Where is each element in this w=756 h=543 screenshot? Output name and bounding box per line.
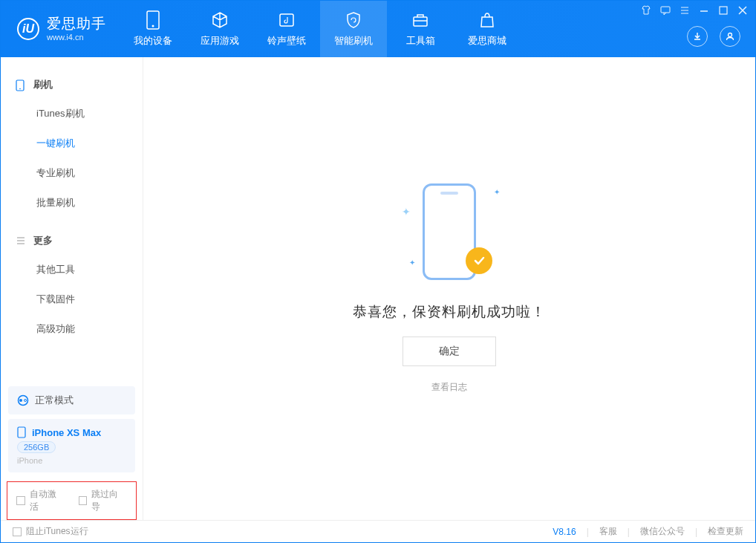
logo-block: iU 爱思助手 www.i4.cn (1, 16, 120, 42)
sidebar-item-batch-flash[interactable]: 批量刷机 (1, 188, 143, 218)
minimize-icon[interactable] (699, 5, 709, 16)
checkbox-label: 阻止iTunes运行 (26, 525, 88, 538)
checkbox-label: 跳过向导 (91, 488, 127, 513)
tab-my-device[interactable]: 我的设备 (120, 1, 186, 57)
tab-label: 爱思商城 (468, 34, 506, 48)
checkbox-icon (79, 496, 88, 505)
header-right-icons (687, 26, 740, 47)
checkbox-icon (16, 496, 25, 505)
device-storage: 256GB (17, 441, 56, 453)
tab-label: 工具箱 (406, 34, 435, 48)
sidebar: 刷机 iTunes刷机 一键刷机 专业刷机 批量刷机 更多 其他工具 下载固件 … (1, 57, 143, 520)
footer-link-wechat[interactable]: 微信公众号 (640, 525, 685, 538)
view-log-link[interactable]: 查看日志 (431, 381, 467, 394)
sidebar-item-pro-flash[interactable]: 专业刷机 (1, 158, 143, 188)
tab-smart-flash[interactable]: 智能刷机 (320, 1, 387, 57)
sidebar-group-title: 更多 (33, 234, 53, 247)
device-panel: 正常模式 iPhone XS Max 256GB iPhone (1, 386, 143, 481)
app-subtitle: www.i4.cn (47, 33, 106, 42)
svg-rect-3 (414, 17, 427, 26)
cube-icon (210, 10, 229, 30)
svg-point-1 (152, 25, 154, 27)
device-type: iPhone (17, 456, 126, 465)
checkbox-skip-guide[interactable]: 跳过向导 (79, 488, 128, 513)
svg-rect-5 (720, 7, 727, 14)
body: 刷机 iTunes刷机 一键刷机 专业刷机 批量刷机 更多 其他工具 下载固件 … (1, 57, 755, 520)
titlebar-controls (641, 5, 748, 16)
svg-point-6 (729, 33, 732, 37)
footer: 阻止iTunes运行 V8.16 | 客服 | 微信公众号 | 检查更新 (1, 520, 755, 542)
app-window: iU 爱思助手 www.i4.cn 我的设备 应用游戏 (0, 0, 756, 543)
menu-icon[interactable] (680, 5, 690, 16)
header: iU 爱思助手 www.i4.cn 我的设备 应用游戏 (1, 1, 755, 57)
footer-link-support[interactable]: 客服 (599, 525, 617, 538)
device-mode-card[interactable]: 正常模式 (8, 386, 135, 414)
skin-icon[interactable] (641, 5, 651, 16)
device-name: iPhone XS Max (32, 427, 101, 438)
options-row: 自动激活 跳过向导 (7, 481, 137, 520)
sidebar-group-more: 更多 (1, 227, 143, 255)
mode-icon (17, 394, 29, 406)
logo-text: 爱思助手 www.i4.cn (47, 16, 106, 42)
logo-icon: iU (17, 18, 39, 40)
device-mode-label: 正常模式 (35, 394, 74, 407)
version-label: V8.16 (553, 527, 576, 537)
sidebar-group-flash: 刷机 (1, 71, 143, 99)
tab-label: 智能刷机 (334, 34, 373, 48)
confirm-button[interactable]: 确定 (403, 336, 496, 366)
svg-rect-4 (661, 7, 670, 13)
svg-rect-2 (280, 14, 293, 26)
svg-point-10 (19, 399, 22, 402)
svg-point-8 (19, 88, 21, 90)
checkbox-auto-activate[interactable]: 自动激活 (16, 488, 65, 513)
music-folder-icon (277, 10, 296, 30)
tab-label: 铃声壁纸 (267, 34, 306, 48)
footer-link-update[interactable]: 检查更新 (708, 525, 743, 538)
bag-icon (478, 10, 497, 30)
tab-apps[interactable]: 应用游戏 (186, 1, 253, 57)
success-message: 恭喜您，保资料刷机成功啦！ (353, 302, 546, 322)
sparkle-icon: ✦ (402, 206, 411, 218)
sidebar-item-advanced[interactable]: 高级功能 (1, 314, 143, 344)
shield-refresh-icon (344, 10, 363, 30)
check-badge-icon (466, 247, 492, 274)
phone-icon (16, 79, 26, 90)
device-icon (143, 10, 163, 30)
close-icon[interactable] (737, 5, 748, 16)
tab-toolbox[interactable]: 工具箱 (387, 1, 454, 57)
success-illustration: ✦ ✦ ✦ (405, 183, 494, 287)
tab-label: 应用游戏 (201, 34, 239, 48)
sidebar-item-oneclick-flash[interactable]: 一键刷机 (1, 129, 143, 158)
user-icon[interactable] (720, 26, 740, 47)
svg-point-11 (25, 400, 27, 402)
tab-ringtones[interactable]: 铃声壁纸 (253, 1, 320, 57)
checkbox-block-itunes[interactable]: 阻止iTunes运行 (13, 525, 88, 538)
app-title: 爱思助手 (47, 16, 106, 33)
sidebar-item-itunes-flash[interactable]: iTunes刷机 (1, 99, 143, 129)
feedback-icon[interactable] (660, 5, 671, 16)
toolbox-icon (411, 10, 430, 30)
tab-label: 我的设备 (134, 34, 172, 48)
sparkle-icon: ✦ (409, 259, 415, 267)
svg-rect-12 (18, 427, 25, 438)
list-icon (16, 235, 26, 246)
download-icon[interactable] (687, 26, 708, 47)
main-tabs: 我的设备 应用游戏 铃声壁纸 智能刷机 (120, 1, 521, 57)
checkbox-icon (13, 527, 22, 536)
checkbox-label: 自动激活 (30, 488, 65, 513)
sparkle-icon: ✦ (494, 188, 500, 196)
maximize-icon[interactable] (718, 5, 729, 16)
phone-small-icon (17, 426, 26, 438)
tab-store[interactable]: 爱思商城 (454, 1, 521, 57)
sidebar-item-other-tools[interactable]: 其他工具 (1, 255, 143, 284)
main-content: ✦ ✦ ✦ 恭喜您，保资料刷机成功啦！ 确定 查看日志 (143, 57, 755, 520)
sidebar-scroll: 刷机 iTunes刷机 一键刷机 专业刷机 批量刷机 更多 其他工具 下载固件 … (1, 57, 143, 386)
device-info-card[interactable]: iPhone XS Max 256GB iPhone (8, 419, 135, 472)
sidebar-item-download-firmware[interactable]: 下载固件 (1, 284, 143, 314)
footer-right: V8.16 | 客服 | 微信公众号 | 检查更新 (553, 525, 743, 538)
sidebar-group-title: 刷机 (33, 78, 53, 91)
